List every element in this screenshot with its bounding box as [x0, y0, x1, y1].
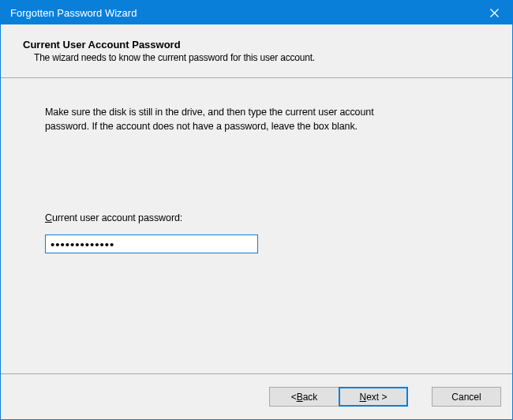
instruction-text: Make sure the disk is still in the drive…	[45, 105, 416, 133]
close-button[interactable]	[477, 1, 512, 24]
titlebar: Forgotten Password Wizard	[1, 1, 512, 24]
wizard-header-title: Current User Account Password	[23, 39, 504, 51]
password-label: Current user account password:	[45, 212, 468, 223]
wizard-content: Make sure the disk is still in the drive…	[1, 78, 512, 373]
password-input[interactable]	[45, 234, 258, 253]
cancel-button[interactable]: Cancel	[432, 387, 501, 407]
close-icon	[490, 9, 499, 17]
next-button[interactable]: Next >	[339, 387, 408, 407]
window-title: Forgotten Password Wizard	[10, 7, 477, 19]
wizard-window: Forgotten Password Wizard Current User A…	[0, 0, 513, 420]
password-field-block: Current user account password:	[45, 212, 468, 253]
button-bar: < Back Next > Cancel	[1, 373, 512, 419]
wizard-header: Current User Account Password The wizard…	[1, 24, 512, 78]
wizard-header-subtitle: The wizard needs to know the current pas…	[23, 52, 504, 63]
nav-button-group: < Back Next >	[269, 387, 408, 407]
back-button[interactable]: < Back	[269, 387, 339, 407]
